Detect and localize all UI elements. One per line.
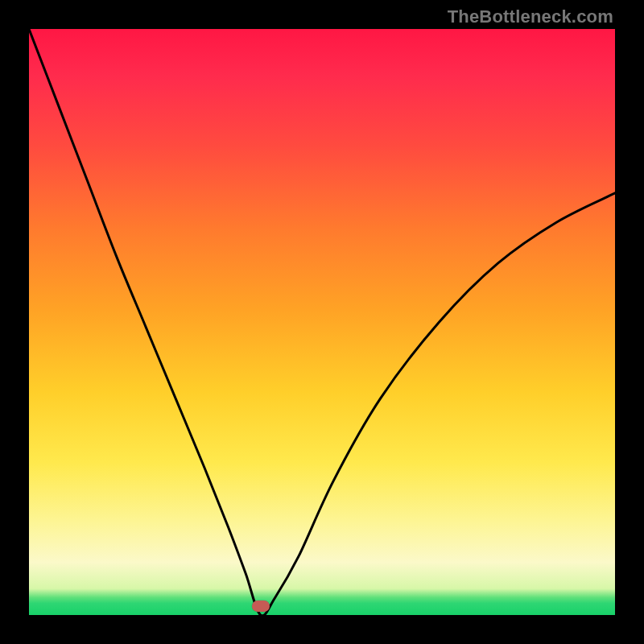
bottleneck-curve — [29, 29, 615, 615]
optimal-point-marker — [252, 601, 270, 612]
chart-frame: TheBottleneck.com — [0, 0, 644, 644]
watermark-text: TheBottleneck.com — [448, 6, 613, 27]
plot-area — [29, 29, 615, 615]
